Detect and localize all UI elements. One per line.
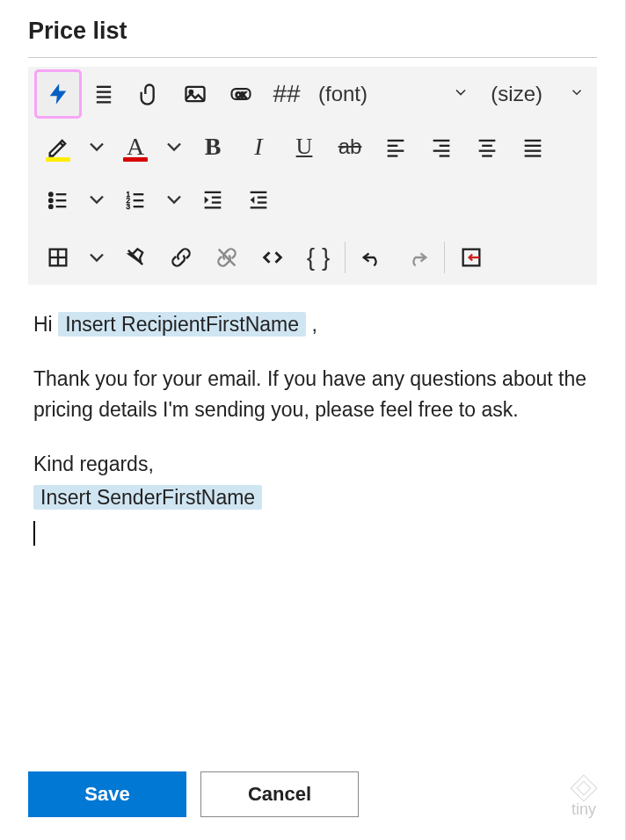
svg-point-25 — [49, 199, 53, 202]
table-button[interactable] — [35, 234, 81, 281]
svg-text:3: 3 — [127, 203, 131, 211]
align-justify-icon — [520, 134, 545, 159]
toolbar-separator — [345, 242, 346, 273]
align-center-button[interactable] — [464, 123, 510, 170]
chevron-down-icon — [162, 134, 186, 159]
table-dropdown[interactable] — [81, 234, 113, 281]
title-divider — [28, 57, 597, 58]
paperclip-icon — [137, 82, 162, 106]
greeting-prefix-text: Hi — [33, 313, 58, 336]
code-block-button[interactable]: { } — [295, 234, 341, 281]
table-icon — [46, 245, 70, 270]
cancel-button[interactable]: Cancel — [200, 771, 359, 817]
svg-text:OK: OK — [236, 91, 246, 99]
attachment-button[interactable] — [127, 70, 172, 118]
outdent-icon — [246, 187, 271, 212]
import-arrow-icon — [459, 245, 484, 270]
align-right-button[interactable] — [419, 123, 464, 170]
remove-link-button[interactable] — [204, 234, 250, 281]
bold-button[interactable]: B — [190, 123, 236, 170]
chevron-down-icon — [452, 83, 470, 105]
action-bar: Save Cancel — [28, 766, 597, 831]
strikethrough-icon: ab — [338, 134, 362, 159]
align-center-icon — [475, 134, 499, 159]
numbered-list-button[interactable]: 123 — [113, 176, 158, 223]
unpin-icon — [123, 245, 148, 270]
import-button[interactable] — [448, 234, 494, 281]
chevron-down-icon — [84, 134, 109, 159]
insert-image-button[interactable] — [172, 70, 218, 118]
bullet-list-dropdown[interactable] — [81, 176, 113, 223]
greeting-line: Hi Insert RecipientFirstName , — [33, 309, 592, 341]
editor-panel: Price list OK ## (font) — [0, 0, 626, 840]
lightning-icon — [46, 82, 70, 106]
font-family-label: (font) — [318, 82, 368, 106]
editor-content[interactable]: Hi Insert RecipientFirstName , Thank you… — [28, 285, 597, 766]
line-spacing-icon — [91, 82, 116, 106]
redo-icon — [405, 245, 430, 270]
text-color-dropdown[interactable] — [158, 123, 190, 170]
indent-icon — [200, 187, 225, 212]
chevron-down-icon — [569, 84, 585, 105]
highlight-color-dropdown[interactable] — [81, 123, 113, 170]
tiny-branding: tiny — [571, 778, 596, 817]
font-size-select[interactable]: (size) — [478, 70, 590, 118]
link-icon — [169, 245, 193, 270]
highlighter-icon — [46, 134, 70, 159]
signoff-line: Kind regards, — [33, 449, 592, 481]
editor-toolbar: OK ## (font) (size) A — [28, 67, 597, 285]
numbered-list-dropdown[interactable] — [158, 176, 190, 223]
quick-action-button[interactable] — [35, 70, 81, 118]
text-color-swatch — [123, 157, 148, 162]
ok-badge-icon: OK — [229, 82, 253, 106]
svg-point-24 — [49, 192, 53, 196]
outdent-button[interactable] — [236, 176, 281, 223]
sender-placeholder-chip[interactable]: Insert SenderFirstName — [33, 485, 262, 510]
bullet-list-button[interactable] — [35, 176, 81, 223]
align-left-button[interactable] — [373, 123, 419, 170]
italic-button[interactable]: I — [236, 123, 281, 170]
chevron-down-icon — [84, 187, 109, 212]
toolbar-separator — [444, 242, 445, 273]
numbered-list-icon: 123 — [123, 187, 148, 212]
heading-button[interactable]: ## — [264, 70, 309, 118]
tiny-logo-icon — [570, 774, 597, 801]
highlight-color-swatch — [46, 157, 70, 162]
code-icon — [260, 245, 285, 270]
text-color-button[interactable]: A — [113, 123, 158, 170]
insert-link-button[interactable] — [158, 234, 204, 281]
unpin-button[interactable] — [113, 234, 158, 281]
chevron-down-icon — [162, 187, 186, 212]
undo-icon — [360, 245, 384, 270]
body-paragraph: Thank you for your email. If you have an… — [33, 364, 592, 426]
svg-point-26 — [49, 205, 53, 208]
unlink-icon — [215, 245, 239, 270]
recipient-placeholder-chip[interactable]: Insert RecipientFirstName — [58, 312, 306, 337]
greeting-suffix-text: , — [311, 313, 317, 336]
line-height-button[interactable] — [81, 70, 127, 118]
font-family-select[interactable]: (font) — [309, 82, 478, 106]
highlight-color-button[interactable] — [35, 123, 81, 170]
tiny-logo-text: tiny — [571, 801, 596, 817]
align-right-icon — [429, 134, 454, 159]
align-left-icon — [383, 134, 408, 159]
undo-button[interactable] — [349, 234, 395, 281]
insert-button-button[interactable]: OK — [218, 70, 264, 118]
text-cursor — [33, 521, 35, 546]
underline-button[interactable]: U — [281, 123, 327, 170]
chevron-down-icon — [84, 245, 109, 270]
braces-icon: { } — [307, 243, 330, 272]
image-icon — [183, 82, 207, 106]
redo-button[interactable] — [395, 234, 440, 281]
align-justify-button[interactable] — [510, 123, 556, 170]
bullet-list-icon — [46, 187, 70, 212]
font-size-label: (size) — [491, 82, 542, 106]
page-title: Price list — [28, 18, 597, 45]
sender-line: Insert SenderFirstName — [33, 482, 592, 514]
indent-button[interactable] — [190, 176, 236, 223]
save-button[interactable]: Save — [28, 771, 186, 817]
code-button[interactable] — [250, 234, 295, 281]
strikethrough-button[interactable]: ab — [327, 123, 373, 170]
